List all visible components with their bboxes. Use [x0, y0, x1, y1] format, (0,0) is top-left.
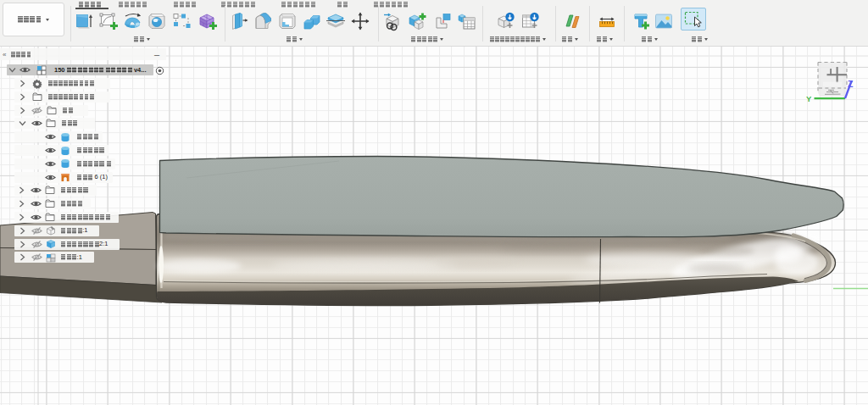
svg-text:Y: Y: [806, 94, 812, 103]
svg-text:Z: Z: [848, 79, 854, 89]
